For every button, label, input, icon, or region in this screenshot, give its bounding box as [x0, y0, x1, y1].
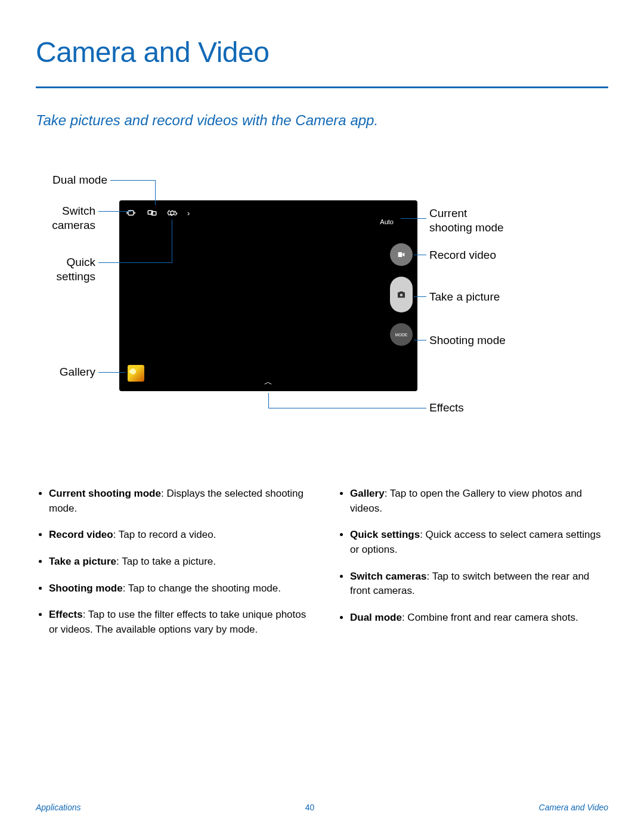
bullet-term: Shooting mode [49, 583, 123, 594]
dual-mode-icon[interactable] [147, 208, 157, 218]
callout-gallery: Gallery [30, 365, 95, 379]
settings-icon[interactable] [167, 208, 178, 218]
line [414, 340, 426, 340]
bullet-item: Current shooting mode: Displays the sele… [49, 487, 307, 516]
footer-right: Camera and Video [539, 803, 608, 812]
page-footer: Applications 40 Camera and Video [36, 803, 608, 812]
camera-action-buttons: MODE [390, 243, 413, 346]
top-icons-row: › [126, 208, 190, 218]
bullet-term: Record video [49, 529, 113, 540]
bullet-term: Take a picture [49, 556, 116, 567]
record-video-button[interactable] [390, 243, 413, 266]
line [98, 372, 125, 373]
callout-quick-settings: Quick settings [30, 255, 95, 284]
bullet-item: Switch cameras: Tap to switch between th… [350, 569, 608, 599]
line [268, 408, 426, 408]
bullet-term: Switch cameras [350, 571, 427, 582]
line [268, 393, 269, 408]
camera-diagram: › Auto MODE ︿ Dual mode Switch cameras Q… [36, 165, 608, 439]
callout-dual-mode: Dual mode [30, 173, 107, 187]
auto-mode-label: Auto [380, 218, 394, 225]
bullet-term: Dual mode [350, 612, 402, 623]
bullets-left: Current shooting mode: Displays the sele… [36, 487, 307, 649]
line [172, 219, 172, 263]
bullet-term: Effects [49, 609, 83, 620]
footer-left: Applications [36, 803, 81, 812]
callout-current-mode-l1: Current [429, 207, 467, 219]
callout-switch-cameras-text: Switch cameras [52, 205, 95, 231]
bullet-item: Take a picture: Tap to take a picture. [49, 555, 307, 569]
phone-screen: › Auto MODE ︿ [119, 200, 417, 391]
bullets-columns: Current shooting mode: Displays the sele… [36, 487, 608, 649]
callout-quick-settings-text: Quick settings [57, 256, 95, 283]
footer-page-number: 40 [305, 803, 315, 812]
bullet-term: Current shooting mode [49, 488, 161, 499]
line [401, 218, 426, 219]
line [155, 180, 156, 205]
page-title: Camera and Video [36, 36, 608, 69]
callout-current-mode-l2: shooting mode [429, 221, 504, 234]
bullet-item: Record video: Tap to record a video. [49, 528, 307, 543]
bullet-term: Gallery [350, 488, 385, 499]
switch-camera-icon[interactable] [126, 208, 137, 218]
chevron-right-icon[interactable]: › [187, 209, 190, 218]
callout-record-video: Record video [429, 248, 496, 262]
line [98, 262, 172, 263]
callout-shooting-mode: Shooting mode [429, 333, 506, 348]
subtitle: Take pictures and record videos with the… [36, 112, 608, 129]
bullet-term: Quick settings [350, 529, 420, 540]
callout-effects: Effects [429, 401, 464, 415]
line [414, 296, 426, 297]
line [98, 211, 131, 212]
line [414, 255, 426, 255]
line [110, 180, 155, 181]
bullet-item: Gallery: Tap to open the Gallery to view… [350, 487, 608, 516]
callout-current-mode: Current shooting mode [429, 206, 504, 235]
callout-take-picture: Take a picture [429, 290, 500, 304]
bullet-item: Effects: Tap to use the filter effects t… [49, 608, 307, 637]
bullet-item: Shooting mode: Tap to change the shootin… [49, 581, 307, 596]
bullet-item: Dual mode: Combine front and rear camera… [350, 611, 608, 625]
bullets-right: Gallery: Tap to open the Gallery to view… [337, 487, 608, 649]
mode-button[interactable]: MODE [390, 323, 413, 346]
bullet-item: Quick settings: Quick access to select c… [350, 528, 608, 557]
svg-point-3 [400, 294, 403, 297]
gallery-thumbnail[interactable] [128, 365, 144, 382]
title-rule [36, 86, 608, 88]
callout-switch-cameras: Switch cameras [30, 204, 95, 233]
shutter-button[interactable] [390, 277, 413, 312]
effects-caret-icon[interactable]: ︿ [264, 377, 273, 388]
